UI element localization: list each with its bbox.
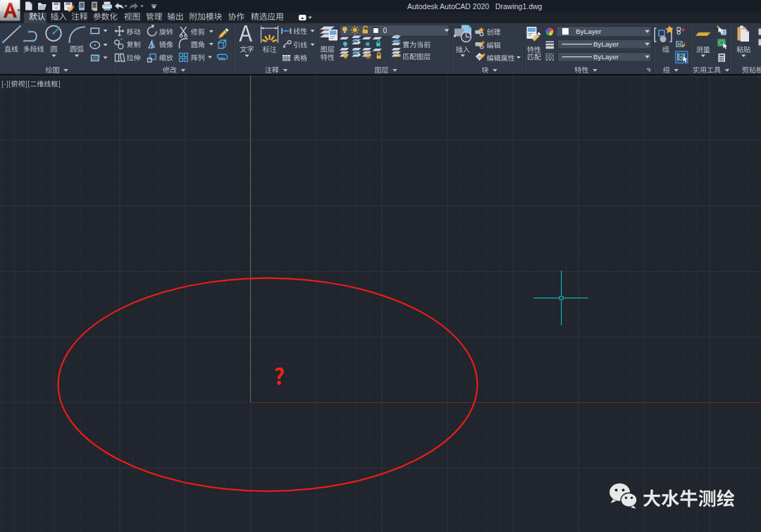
svg-text:ByLayer: ByLayer [576,27,602,35]
svg-text:ByLayer: ByLayer [593,53,619,61]
svg-text:0: 0 [383,27,388,35]
svg-text:ByLayer: ByLayer [593,40,619,48]
